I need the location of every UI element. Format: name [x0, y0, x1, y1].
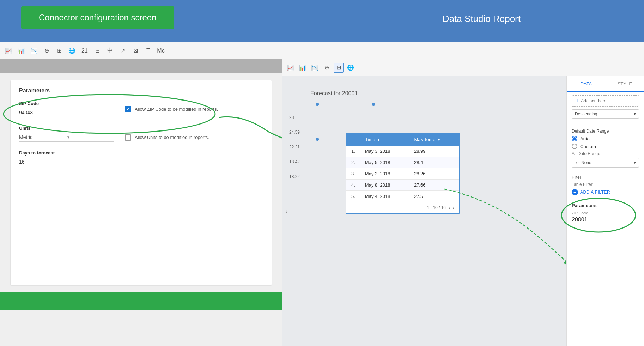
zip-code-input-group: ZIP Code — [19, 101, 114, 117]
add-filter-button[interactable]: + ADD A FILTER — [572, 189, 639, 195]
row-num-1: 1. — [346, 146, 360, 157]
right-toolbar: 📈 📊 📉 ⊕ ⊞ 🌐 — [282, 59, 644, 76]
units-value: Metric — [19, 134, 67, 140]
right-main: 28 24.59 22.21 18.42 18.22 Forecast for … — [282, 76, 644, 346]
add-sort-label: Add sort here — [581, 98, 606, 103]
radio-auto-label: Auto — [580, 136, 590, 141]
text-icon[interactable]: T — [143, 46, 153, 56]
main-toolbar: 📈 📊 📉 ⊕ ⊞ 🌐 21 ⊟ 中 ↗ ⊠ T Mc — [0, 42, 644, 59]
scorecard-icon[interactable]: 21 — [80, 46, 90, 56]
add-filter-label: ADD A FILTER — [580, 190, 610, 195]
zip-allow-checkbox-row[interactable]: Allow ZIP Code to be modified in reports… — [125, 106, 218, 112]
bar-chart-icon[interactable]: 📊 — [16, 46, 26, 56]
zip-code-row: ZIP Code Allow ZIP Code to be modified i… — [19, 101, 263, 117]
row-temp-4: 27.66 — [409, 180, 459, 191]
rt-donut-icon[interactable]: ⊕ — [322, 63, 332, 73]
time-sort-icon: ▾ — [378, 138, 379, 142]
scatter-icon[interactable]: ⊟ — [92, 46, 102, 56]
zip-code-label: ZIP Code — [19, 101, 114, 106]
row-time-4: May 8, 2018 — [360, 180, 409, 191]
units-dropdown-arrow: ▼ — [67, 135, 114, 139]
parameters-section: Parameters ZIP Code 20001 — [567, 199, 644, 226]
descending-select[interactable]: Descending ▾ — [572, 109, 639, 119]
left-bottom-bar — [0, 292, 282, 310]
treemap-icon[interactable]: ⊠ — [130, 46, 140, 56]
properties-panel: DATA STYLE + Add sort here Descending ▾ — [566, 76, 644, 346]
units-dropdown[interactable]: Metric ▼ — [19, 133, 114, 142]
right-panel: 📈 📊 📉 ⊕ ⊞ 🌐 28 24.59 22.21 18.42 18.22 F… — [282, 59, 644, 346]
row-temp-3: 28.26 — [409, 168, 459, 180]
params-zip-value: 20001 — [572, 217, 639, 223]
date-range-title: Default Date Range — [572, 129, 639, 134]
bullet-icon[interactable]: ↗ — [118, 46, 128, 56]
zip-code-input[interactable] — [19, 108, 114, 117]
radio-auto-row[interactable]: Auto — [572, 136, 639, 141]
left-panel: Parameters ZIP Code Allow ZIP Code to be… — [0, 59, 282, 346]
line-chart-icon[interactable]: 📈 — [4, 46, 13, 56]
row-temp-2: 28.4 — [409, 157, 459, 168]
units-label: Units — [19, 126, 263, 131]
rt-bar-chart-icon[interactable]: 📊 — [298, 63, 308, 73]
chart-val-4: 18.42 — [289, 159, 300, 164]
left-header-bar — [0, 59, 282, 73]
pagination-next[interactable]: › — [453, 205, 454, 210]
forecast-table: Time ▾ Max Temp ▾ 1. May 3, 2018 28.99 — [346, 133, 459, 202]
table-row: 1. May 3, 2018 28.99 — [346, 146, 459, 157]
handle-bm[interactable] — [372, 103, 375, 106]
col-max-temp[interactable]: Max Temp ▾ — [409, 133, 459, 146]
geo-icon[interactable]: 🌐 — [67, 46, 77, 56]
add-sort-plus-icon: + — [576, 98, 579, 104]
handle-mr[interactable] — [316, 138, 319, 141]
more-icon[interactable]: Mc — [156, 46, 166, 56]
table-pagination: 1 - 10 / 16 ‹ › — [346, 202, 459, 213]
units-field-group: Units Metric ▼ Allow Units to be modifie… — [19, 126, 263, 142]
params-zip-label: ZIP Code — [572, 211, 639, 215]
none-select[interactable]: ↔ None ▾ — [572, 158, 639, 168]
all-date-range-label: All Date Range — [572, 151, 639, 156]
filter-title: Filter — [572, 175, 639, 180]
table-icon[interactable]: ⊞ — [54, 46, 64, 56]
col-time[interactable]: Time ▾ — [360, 133, 409, 146]
tab-data[interactable]: DATA — [567, 76, 606, 92]
date-range-radio-group: Auto Custom — [572, 136, 639, 149]
row-time-1: May 3, 2018 — [360, 146, 409, 157]
row-num-4: 4. — [346, 180, 360, 191]
sort-section: + Add sort here Descending ▾ — [567, 92, 644, 125]
add-sort-button[interactable]: + Add sort here — [572, 95, 639, 107]
connector-config-label: Connector configuration screen — [21, 6, 174, 29]
main-area: Parameters ZIP Code Allow ZIP Code to be… — [0, 59, 644, 346]
radio-custom-row[interactable]: Custom — [572, 144, 639, 149]
chart-axis-values: 28 24.59 22.21 18.42 18.22 — [289, 115, 300, 179]
rt-line-chart-icon[interactable]: 📈 — [286, 63, 296, 73]
row-num-2: 2. — [346, 157, 360, 168]
radio-custom-label: Custom — [580, 144, 596, 149]
temp-sort-icon: ▾ — [438, 138, 440, 142]
none-label: None — [581, 160, 591, 165]
rt-table-icon[interactable]: ⊞ — [334, 63, 344, 73]
days-forecast-field-group: Days to forecast — [19, 150, 263, 166]
canvas-right-chevron[interactable]: › — [286, 207, 288, 215]
tab-style[interactable]: STYLE — [606, 76, 644, 91]
chart-val-5: 18.22 — [289, 174, 300, 179]
row-num-3: 3. — [346, 168, 360, 180]
table-row: 2. May 5, 2018 28.4 — [346, 157, 459, 168]
days-forecast-input[interactable] — [19, 158, 114, 166]
donut-chart-icon[interactable]: ⊕ — [42, 46, 51, 56]
rt-area-chart-icon[interactable]: 📉 — [310, 63, 320, 73]
table-row: 3. May 2, 2018 28.26 — [346, 168, 459, 180]
units-allow-checkbox[interactable] — [125, 134, 131, 141]
days-forecast-label: Days to forecast — [19, 150, 263, 156]
radio-auto[interactable] — [572, 136, 577, 141]
date-range-section: Default Date Range Auto Custom All Date … — [567, 125, 644, 171]
report-table-widget: Time ▾ Max Temp ▾ 1. May 3, 2018 28.99 — [346, 133, 460, 214]
area-chart-icon[interactable]: 📉 — [29, 46, 39, 56]
data-studio-label: Data Studio Report — [443, 13, 521, 24]
handle-br[interactable] — [316, 103, 319, 106]
units-allow-checkbox-row[interactable]: Allow Units to be modified in reports. — [125, 134, 209, 141]
pagination-prev[interactable]: ‹ — [449, 205, 450, 210]
rt-geo-icon[interactable]: 🌐 — [346, 63, 356, 73]
zip-allow-checkbox[interactable] — [125, 106, 131, 112]
pivot-icon[interactable]: 中 — [105, 46, 115, 56]
table-row: 4. May 8, 2018 27.66 — [346, 180, 459, 191]
radio-custom[interactable] — [572, 144, 577, 149]
